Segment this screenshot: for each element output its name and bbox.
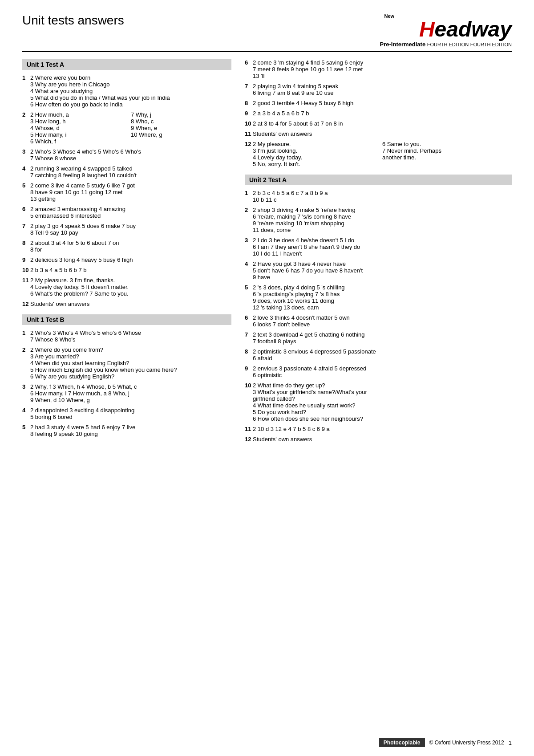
page: Unit tests answers New Headway Pre-Inter…	[0, 0, 534, 756]
q12a-right-cols: 2 My pleasure. 3 I'm just looking. 4 Lov…	[253, 141, 512, 167]
q2-u2a-line3: 9 're/are making 10 'm/am shopping	[253, 220, 512, 227]
q4b-line1: 2 disappointed 3 exciting 4 disappointin…	[30, 407, 231, 414]
q11-u2a-line1: 2 10 d 3 12 e 4 7 b 5 8 c 6 9 a	[253, 426, 512, 432]
q4b-line2: 5 boring 6 bored	[30, 414, 231, 420]
q10a-row: 10 2 b 3 a 4 a 5 b 6 b 7 b	[22, 267, 231, 273]
q12a-right-row: 12 2 My pleasure. 3 I'm just looking. 4 …	[245, 141, 512, 167]
q2a-col1: 2 How much, a 3 How long, h 4 Whose, d 5…	[30, 111, 131, 145]
q7a-num: 7	[22, 223, 30, 236]
q3a-line2: 7 Whose 8 whose	[30, 155, 231, 162]
q9a-line1: 2 delicious 3 long 4 heavy 5 busy 6 high	[30, 256, 231, 263]
q4-u2a-line3: 9 have	[253, 274, 512, 280]
logo-edition: FOURTH EDITION	[427, 42, 469, 47]
q9a-right-row: 9 2 a 3 b 4 a 5 a 6 b 7 b	[245, 110, 512, 117]
q4-u2a-block: 4 2 Have you got 3 have 4 never have 5 d…	[245, 260, 512, 280]
q2-u2a-line4: 11 does, come	[253, 227, 512, 233]
q3b-line3: 9 When, d 10 Where, g	[30, 397, 231, 403]
q10-u2a-row: 10 2 What time do they get up? 3 What's …	[245, 382, 512, 422]
q9-u2a-line1: 2 envious 3 passionate 4 afraid 5 depres…	[253, 365, 512, 372]
q12-u2a-row: 12 Students' own answers	[245, 436, 512, 443]
photocopiable-badge: Photocopiable	[379, 738, 425, 747]
q8a-num: 8	[22, 240, 30, 253]
footer-publisher: © Oxford University Press 2012	[429, 740, 504, 746]
q11a-line1: 2 My pleasure. 3 I'm fine, thanks.	[30, 277, 231, 284]
q7-u2a-num: 7	[245, 331, 253, 345]
q11a-line2: 4 Lovely day today. 5 It doesn't matter.	[30, 284, 231, 290]
q4-u2a-num: 4	[245, 260, 253, 280]
q2b-line2: 3 Are you married?	[30, 353, 231, 360]
q1b-num: 1	[22, 329, 30, 343]
q3-u2a-block: 3 2 I do 3 he does 4 he/she doesn't 5 I …	[245, 237, 512, 257]
q4a-content: 2 running 3 wearing 4 swapped 5 talked 7…	[30, 165, 231, 179]
q9a-num: 9	[22, 256, 30, 263]
q12-u2a-block: 12 Students' own answers	[245, 436, 512, 443]
q3-u2a-line1: 2 I do 3 he does 4 he/she doesn't 5 I do	[253, 237, 512, 244]
q2b-line3: 4 When did you start learning English?	[30, 360, 231, 366]
q5b-line2: 8 feeling 9 speak 10 going	[30, 431, 231, 437]
q5-u2a-num: 5	[245, 284, 253, 311]
q2a-c2l1: 7 Why, j	[131, 111, 231, 118]
q12-u2a-num: 12	[245, 436, 253, 443]
q1a-block: 1 2 Where were you born 3 Why are you he…	[22, 74, 231, 108]
q5a-line3: 13 getting	[30, 195, 231, 202]
q7-u2a-line2: 7 football 8 plays	[253, 338, 512, 345]
q10a-right-num: 10	[245, 120, 253, 127]
q5-u2a-line2: 6 's practising/'s playing 7 's 8 has	[253, 291, 512, 297]
q2-u2a-num: 2	[245, 207, 253, 233]
col-right: 6 2 come 3 'm staying 4 find 5 saving 6 …	[245, 59, 512, 446]
logo-subtitle: Pre-Intermediate FOURTH EDITION FOURTH E…	[380, 41, 512, 48]
q1b-content: 2 Who's 3 Who's 4 Who's 5 who's 6 Whose …	[30, 329, 231, 343]
q8-u2a-num: 8	[245, 348, 253, 362]
q8-u2a-line1: 2 optimistic 3 envious 4 depressed 5 pas…	[253, 348, 512, 355]
q8a-right-row: 8 2 good 3 terrible 4 Heavy 5 busy 6 hig…	[245, 100, 512, 106]
q4a-block: 4 2 running 3 wearing 4 swapped 5 talked…	[22, 165, 231, 179]
q12a-num: 12	[22, 301, 30, 307]
unit1-test-b-header: Unit 1 Test B	[22, 314, 231, 325]
q2a-cols: 2 How much, a 3 How long, h 4 Whose, d 5…	[30, 111, 231, 145]
q6a-right-num: 6	[245, 59, 253, 79]
q12a-row: 12 Students' own answers	[22, 301, 231, 307]
q2a-content: 2 How much, a 3 How long, h 4 Whose, d 5…	[30, 111, 231, 145]
q7a-right-row: 7 2 playing 3 win 4 training 5 speak 6 l…	[245, 83, 512, 96]
q6a-num: 6	[22, 206, 30, 219]
q12ar-c1l2: 3 I'm just looking.	[253, 147, 382, 154]
q10-u2a-line6: 6 How often does she see her neighbours?	[253, 415, 512, 422]
q12a-line1: Students' own answers	[30, 301, 231, 307]
q4b-row: 4 2 disappointed 3 exciting 4 disappoint…	[22, 407, 231, 420]
q7-u2a-content: 2 text 3 download 4 get 5 chatting 6 not…	[253, 331, 512, 345]
q8a-r-line1: 2 good 3 terrible 4 Heavy 5 busy 6 high	[253, 100, 512, 106]
q3b-num: 3	[22, 383, 30, 403]
q1b-block: 1 2 Who's 3 Who's 4 Who's 5 who's 6 Whos…	[22, 329, 231, 343]
q5a-line2: 8 have 9 can 10 go 11 going 12 met	[30, 189, 231, 195]
q6-u2a-line1: 2 love 3 thinks 4 doesn't matter 5 own	[253, 314, 512, 321]
q12a-right-content: 2 My pleasure. 3 I'm just looking. 4 Lov…	[253, 141, 512, 167]
q7-u2a-block: 7 2 text 3 download 4 get 5 chatting 6 n…	[245, 331, 512, 345]
q12a-content: Students' own answers	[30, 301, 231, 307]
q5b-num: 5	[22, 424, 30, 437]
q7a-line2: 8 Tell 9 say 10 pay	[30, 229, 231, 236]
q1-u2a-line1: 2 b 3 c 4 b 5 a 6 c 7 a 8 b 9 a	[253, 190, 512, 196]
q12ar-c1l4: 5 No, sorry. It isn't.	[253, 161, 382, 167]
q7a-r-line1: 2 playing 3 win 4 training 5 speak	[253, 83, 512, 89]
q2a-row: 2 2 How much, a 3 How long, h 4 Whose, d…	[22, 111, 231, 145]
q8-u2a-row: 8 2 optimistic 3 envious 4 depressed 5 p…	[245, 348, 512, 362]
q8a-right-num: 8	[245, 100, 253, 106]
q2a-num: 2	[22, 111, 30, 145]
q1-u2a-line2: 10 b 11 c	[253, 196, 512, 203]
q8a-right-block: 8 2 good 3 terrible 4 Heavy 5 busy 6 hig…	[245, 100, 512, 106]
q11a-content: 2 My pleasure. 3 I'm fine, thanks. 4 Lov…	[30, 277, 231, 297]
page-number: 1	[509, 740, 512, 746]
q7-u2a-line1: 2 text 3 download 4 get 5 chatting 6 not…	[253, 331, 512, 338]
q12a-right-col2: 6 Same to you. 7 Never mind. Perhaps ano…	[382, 141, 512, 167]
q3-u2a-content: 2 I do 3 he does 4 he/she doesn't 5 I do…	[253, 237, 512, 257]
q1a-content: 2 Where were you born 3 Why are you here…	[30, 74, 231, 108]
q11-u2a-num: 11	[245, 426, 253, 432]
q2-u2a-line2: 6 're/are, making 7 's/is coming 8 have	[253, 213, 512, 220]
q2a-c1l5: 6 Which, f	[30, 138, 131, 145]
q6a-right-content: 2 come 3 'm staying 4 find 5 saving 6 en…	[253, 59, 512, 79]
q3-u2a-line3: 10 I do 11 I haven't	[253, 250, 512, 257]
q1-u2a-content: 2 b 3 c 4 b 5 a 6 c 7 a 8 b 9 a 10 b 11 …	[253, 190, 512, 203]
q3-u2a-num: 3	[245, 237, 253, 257]
unit1-test-a-header: Unit 1 Test A	[22, 59, 231, 70]
logo-area: New Headway Pre-Intermediate FOURTH EDIT…	[380, 13, 512, 48]
